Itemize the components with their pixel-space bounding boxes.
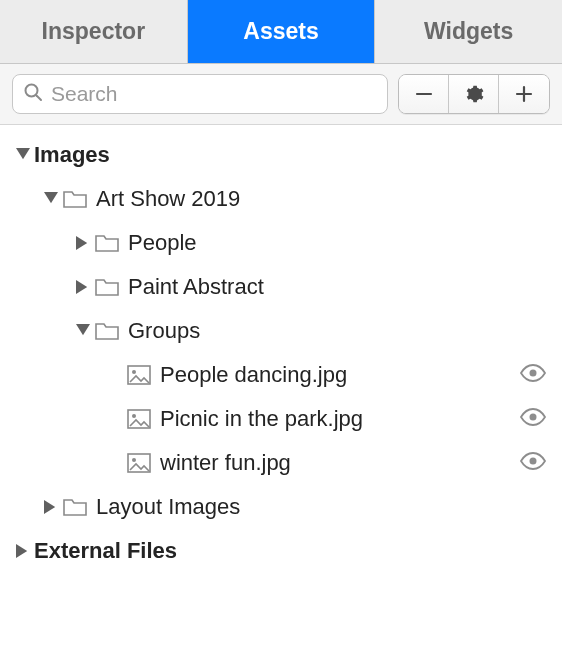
image-icon bbox=[126, 452, 152, 474]
toolbar-button-group bbox=[398, 74, 550, 114]
tree-label: winter fun.jpg bbox=[160, 450, 291, 476]
tree-section-external-files[interactable]: External Files bbox=[4, 529, 558, 573]
svg-line-1 bbox=[37, 96, 42, 101]
minus-button[interactable] bbox=[399, 75, 449, 113]
tab-widgets[interactable]: Widgets bbox=[375, 0, 562, 63]
chevron-right-icon[interactable] bbox=[72, 276, 94, 298]
tree-folder-people[interactable]: People bbox=[4, 221, 558, 265]
svg-point-14 bbox=[132, 414, 136, 418]
svg-marker-6 bbox=[44, 192, 58, 203]
tree-folder-layout-images[interactable]: Layout Images bbox=[4, 485, 558, 529]
folder-icon bbox=[94, 320, 120, 342]
chevron-right-icon[interactable] bbox=[40, 496, 62, 518]
svg-point-17 bbox=[132, 458, 136, 462]
search-input[interactable] bbox=[51, 82, 377, 106]
folder-icon bbox=[94, 232, 120, 254]
toolbar bbox=[0, 64, 562, 125]
tab-bar: Inspector Assets Widgets bbox=[0, 0, 562, 64]
chevron-down-icon[interactable] bbox=[12, 144, 34, 166]
svg-point-11 bbox=[132, 370, 136, 374]
image-icon bbox=[126, 364, 152, 386]
tree-folder-paint-abstract[interactable]: Paint Abstract bbox=[4, 265, 558, 309]
svg-marker-19 bbox=[44, 500, 55, 514]
tree-folder-groups[interactable]: Groups bbox=[4, 309, 558, 353]
svg-point-12 bbox=[530, 370, 537, 377]
svg-point-0 bbox=[26, 85, 38, 97]
svg-point-18 bbox=[530, 458, 537, 465]
tab-label: Inspector bbox=[42, 18, 146, 45]
svg-marker-8 bbox=[76, 280, 87, 294]
tree-section-images[interactable]: Images bbox=[4, 133, 558, 177]
tab-assets[interactable]: Assets bbox=[188, 0, 376, 63]
chevron-down-icon[interactable] bbox=[72, 320, 94, 342]
tree-file-winter[interactable]: winter fun.jpg bbox=[4, 441, 558, 485]
svg-marker-7 bbox=[76, 236, 87, 250]
tree-file-people-dancing[interactable]: People dancing.jpg bbox=[4, 353, 558, 397]
tab-label: Widgets bbox=[424, 18, 513, 45]
tree-label: Paint Abstract bbox=[128, 274, 264, 300]
tree-label: People bbox=[128, 230, 197, 256]
chevron-down-icon[interactable] bbox=[40, 188, 62, 210]
tree-folder-art-show[interactable]: Art Show 2019 bbox=[4, 177, 558, 221]
plus-button[interactable] bbox=[499, 75, 549, 113]
eye-icon[interactable] bbox=[520, 452, 546, 474]
search-icon bbox=[23, 82, 43, 106]
tree-label: External Files bbox=[34, 538, 177, 564]
tree-label: Groups bbox=[128, 318, 200, 344]
tab-inspector[interactable]: Inspector bbox=[0, 0, 188, 63]
folder-icon bbox=[62, 188, 88, 210]
tree-label: Layout Images bbox=[96, 494, 240, 520]
eye-icon[interactable] bbox=[520, 364, 546, 386]
tree-file-picnic[interactable]: Picnic in the park.jpg bbox=[4, 397, 558, 441]
svg-marker-20 bbox=[16, 544, 27, 558]
tab-label: Assets bbox=[243, 18, 318, 45]
folder-icon bbox=[62, 496, 88, 518]
tree-label: Images bbox=[34, 142, 110, 168]
chevron-right-icon[interactable] bbox=[72, 232, 94, 254]
folder-icon bbox=[94, 276, 120, 298]
tree-label: People dancing.jpg bbox=[160, 362, 347, 388]
svg-marker-5 bbox=[16, 148, 30, 159]
asset-tree: Images Art Show 2019 People Paint Abstra… bbox=[0, 125, 562, 573]
svg-point-15 bbox=[530, 414, 537, 421]
search-field-wrap bbox=[12, 74, 388, 114]
eye-icon[interactable] bbox=[520, 408, 546, 430]
gear-button[interactable] bbox=[449, 75, 499, 113]
tree-label: Picnic in the park.jpg bbox=[160, 406, 363, 432]
image-icon bbox=[126, 408, 152, 430]
tree-label: Art Show 2019 bbox=[96, 186, 240, 212]
chevron-right-icon[interactable] bbox=[12, 540, 34, 562]
svg-marker-9 bbox=[76, 324, 90, 335]
